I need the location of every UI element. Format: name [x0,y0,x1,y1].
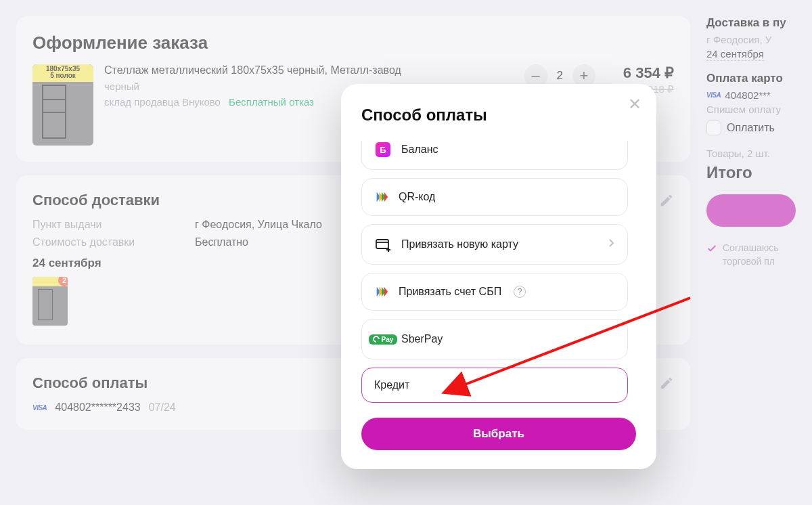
close-icon[interactable]: ✕ [628,96,641,112]
option-link-card[interactable]: Привязать новую карту [361,224,628,265]
select-button[interactable]: Выбрать [361,418,636,450]
payment-method-modal: ✕ Способ оплаты Баланс QR-код Привязать … [341,84,656,469]
option-sberpay-label: SberPay [401,333,443,345]
help-icon[interactable]: ? [514,286,526,298]
option-balance[interactable]: Баланс [361,141,628,170]
balance-icon [374,141,392,158]
option-balance-label: Баланс [401,144,438,156]
chevron-right-icon [608,238,615,250]
modal-title: Способ оплаты [361,106,636,125]
option-sberpay[interactable]: Pay SberPay [361,319,628,359]
option-link-sbp[interactable]: Привязать счет СБП ? [361,273,628,311]
sbp-icon [374,284,389,299]
option-qr-label: QR-код [399,191,435,203]
svg-rect-4 [376,240,388,248]
option-qr[interactable]: QR-код [361,178,628,216]
option-credit-label: Кредит [374,379,409,391]
svg-marker-11 [384,287,388,297]
card-icon [374,236,392,253]
option-link-card-label: Привязать новую карту [401,238,518,250]
option-credit[interactable]: Кредит [361,368,628,403]
sbp-icon [374,190,389,204]
svg-marker-3 [384,192,388,202]
option-link-sbp-label: Привязать счет СБП [399,286,501,298]
sberpay-icon: Pay [374,330,392,348]
